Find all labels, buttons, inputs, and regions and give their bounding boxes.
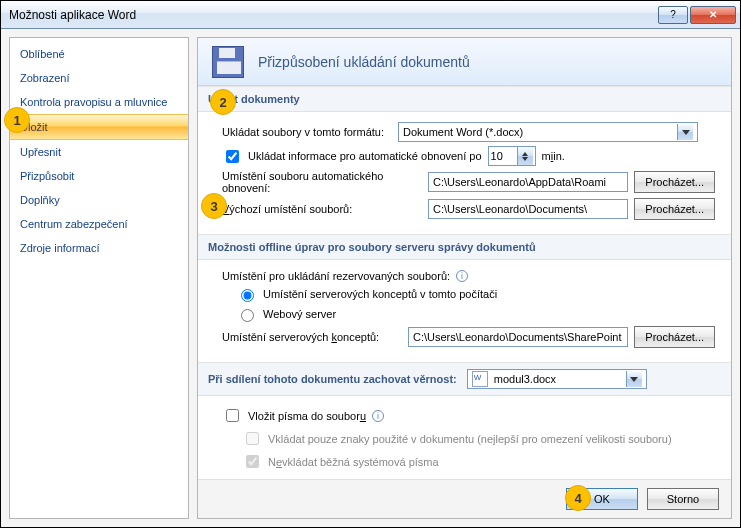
embed-fonts-label: Vložit písma do souboru: [248, 410, 366, 422]
section-offline-heading: Možnosti offline úprav pro soubory serve…: [198, 234, 731, 260]
panel-content: Uložit dokumenty Ukládat soubory v tomto…: [198, 86, 731, 479]
embed-fonts-checkbox[interactable]: [226, 409, 239, 422]
close-button[interactable]: ✕: [690, 6, 736, 24]
autorecover-checkbox[interactable]: [226, 150, 239, 163]
close-icon: ✕: [709, 10, 717, 20]
callout-4: 4: [565, 485, 591, 511]
sidebar-item-prizpusobit[interactable]: Přizpůsobit: [10, 164, 188, 188]
word-doc-icon: [472, 371, 488, 387]
sidebar-item-zobrazeni[interactable]: Zobrazení: [10, 66, 188, 90]
dialog-footer: OK Storno: [198, 479, 731, 518]
chevron-down-icon: [626, 371, 642, 387]
embed-subset-label: Vkládat pouze znaky použité v dokumentu …: [268, 433, 672, 445]
help-icon: ?: [670, 10, 676, 20]
radio-web-server-label: Webový server: [263, 308, 336, 320]
reserved-label: Umístění pro ukládání rezervovaných soub…: [222, 270, 450, 282]
sidebar-item-zdroje[interactable]: Zdroje informací: [10, 236, 188, 260]
autorecover-unit: miin.: [542, 150, 565, 162]
autorecover-minutes-spin[interactable]: [488, 146, 536, 166]
client-area: Oblíbené Zobrazení Kontrola pravopisu a …: [1, 29, 740, 527]
help-button[interactable]: ?: [658, 6, 688, 24]
window-title: Možnosti aplikace Word: [9, 8, 656, 22]
drafts-location-browse-button[interactable]: Procházet...: [634, 326, 715, 348]
drafts-location-label: Umístění serverových konceptů:: [222, 331, 402, 343]
fidelity-heading-label: Při sdílení tohoto dokumentu zachovat vě…: [208, 373, 457, 385]
autorecover-minutes-input[interactable]: [489, 147, 517, 165]
skip-system-fonts-label: Nevkládat běžná systémová písma: [268, 456, 439, 468]
sidebar-item-centrum[interactable]: Centrum zabezpečení: [10, 212, 188, 236]
default-location-browse-button[interactable]: Procházet...: [634, 198, 715, 220]
sidebar-item-upresnit[interactable]: Upřesnit: [10, 140, 188, 164]
callout-2: 2: [210, 89, 236, 115]
callout-1: 1: [4, 107, 30, 133]
default-location-label: Výchozí umístění souborů:: [222, 203, 422, 215]
fidelity-doc-name: modul3.docx: [494, 373, 556, 385]
radio-local-drafts-label: Umístění serverových konceptů v tomto po…: [263, 288, 497, 300]
floppy-icon: [212, 46, 244, 78]
panel-title: Přizpůsobení ukládání dokumentů: [258, 54, 470, 70]
callout-3: 3: [201, 193, 227, 219]
sidebar-item-ulozit[interactable]: Uložit: [10, 114, 188, 140]
section-save-body: Ukládat soubory v tomto formátu: Dokumen…: [198, 112, 731, 234]
sidebar: Oblíbené Zobrazení Kontrola pravopisu a …: [9, 37, 189, 519]
ar-location-input[interactable]: [428, 172, 628, 192]
embed-subset-checkbox: [246, 432, 259, 445]
section-save-heading: Uložit dokumenty: [198, 86, 731, 112]
autorecover-label: Ukládat informace pro automatické obnove…: [248, 150, 482, 162]
skip-system-fonts-checkbox: [246, 455, 259, 468]
ar-location-browse-button[interactable]: Procházet...: [634, 171, 715, 193]
panel-header: Přizpůsobení ukládání dokumentů: [198, 38, 731, 86]
ar-location-label: Umístění souboru automatického obnovení:: [222, 170, 422, 194]
section-fidelity-body: Vložit písma do souboru i Vkládat pouze …: [198, 396, 731, 479]
titlebar: Možnosti aplikace Word ? ✕: [1, 1, 740, 29]
info-icon[interactable]: i: [456, 270, 468, 282]
chevron-down-icon: [677, 124, 693, 140]
drafts-location-input[interactable]: [408, 327, 628, 347]
format-combo-value: Dokument Word (*.docx): [403, 126, 523, 138]
radio-web-server[interactable]: [241, 309, 254, 322]
section-fidelity-heading: Při sdílení tohoto dokumentu zachovat vě…: [198, 362, 731, 396]
default-location-input[interactable]: [428, 199, 628, 219]
spin-arrows-icon[interactable]: [517, 147, 533, 165]
section-offline-body: Umístění pro ukládání rezervovaných soub…: [198, 260, 731, 362]
sidebar-item-oblibene[interactable]: Oblíbené: [10, 42, 188, 66]
format-label: Ukládat soubory v tomto formátu:: [222, 126, 392, 138]
fidelity-doc-combo[interactable]: modul3.docx: [467, 369, 647, 389]
radio-local-drafts[interactable]: [241, 289, 254, 302]
format-combo[interactable]: Dokument Word (*.docx): [398, 122, 698, 142]
info-icon[interactable]: i: [372, 410, 384, 422]
sidebar-item-doplnky[interactable]: Doplňky: [10, 188, 188, 212]
cancel-button[interactable]: Storno: [647, 488, 719, 510]
main-panel: Přizpůsobení ukládání dokumentů Uložit d…: [197, 37, 732, 519]
sidebar-item-kontrola[interactable]: Kontrola pravopisu a mluvnice: [10, 90, 188, 114]
